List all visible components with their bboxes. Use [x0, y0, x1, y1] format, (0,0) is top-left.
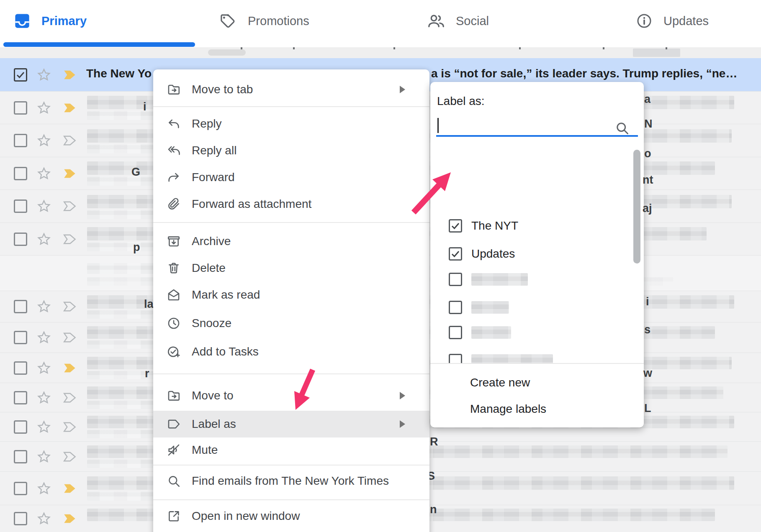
text-fragment: aj: [643, 202, 652, 215]
checkbox-unchecked[interactable]: [449, 354, 462, 363]
row-checkbox[interactable]: [14, 512, 27, 525]
importance-marker-icon[interactable]: [63, 136, 77, 146]
text-fragment: a: [644, 93, 650, 106]
importance-marker-icon[interactable]: [63, 103, 77, 113]
importance-marker-icon[interactable]: [63, 332, 77, 343]
star-icon[interactable]: [37, 299, 51, 314]
importance-marker-icon[interactable]: [63, 201, 77, 211]
row-checkbox[interactable]: [14, 450, 27, 463]
star-icon[interactable]: [37, 68, 51, 82]
text-fragment: i: [143, 100, 147, 113]
label-option-blurred[interactable]: [430, 321, 644, 344]
menu-item-archive[interactable]: Archive: [153, 228, 429, 255]
menu-item-add-to-tasks[interactable]: Add to Tasks: [153, 338, 429, 365]
importance-marker-icon[interactable]: [63, 234, 77, 244]
tab-social[interactable]: Social: [427, 0, 489, 42]
star-icon[interactable]: [37, 133, 51, 148]
row-checkbox[interactable]: [14, 167, 27, 180]
label-option-updates[interactable]: Updates: [430, 242, 644, 266]
importance-marker-icon[interactable]: [63, 169, 77, 179]
star-icon[interactable]: [37, 330, 51, 345]
label-as-title: Label as:: [437, 95, 485, 108]
row-checkbox[interactable]: [14, 233, 27, 246]
importance-marker-icon[interactable]: [63, 483, 77, 494]
row-checkbox[interactable]: [14, 361, 27, 375]
label-option-blurred[interactable]: [430, 349, 644, 363]
importance-marker-icon[interactable]: [63, 70, 77, 80]
label-option-blurred[interactable]: [430, 268, 644, 291]
tab-label: Updates: [663, 14, 709, 28]
checkbox-unchecked[interactable]: [449, 301, 462, 314]
menu-item-move-to[interactable]: Move to: [153, 382, 429, 409]
tab-promotions[interactable]: Promotions: [219, 0, 309, 42]
email-context-menu: Move to tab Reply Reply all Forward Forw…: [153, 69, 429, 532]
row-checkbox[interactable]: [14, 68, 27, 82]
create-new-button[interactable]: Create new: [470, 372, 629, 393]
checkbox-checked[interactable]: [449, 219, 462, 233]
importance-marker-icon[interactable]: [63, 302, 77, 312]
star-icon[interactable]: [37, 166, 51, 181]
star-icon[interactable]: [37, 101, 51, 115]
tab-updates[interactable]: Updates: [636, 0, 709, 42]
row-checkbox[interactable]: [14, 331, 27, 344]
checkbox-checked[interactable]: [449, 247, 462, 261]
star-icon[interactable]: [37, 232, 51, 246]
importance-marker-icon[interactable]: [63, 452, 77, 462]
importance-marker-icon[interactable]: [63, 363, 77, 373]
folder-move-icon: [167, 389, 181, 403]
menu-divider: [153, 222, 429, 223]
row-checkbox[interactable]: [14, 420, 27, 434]
menu-item-snooze[interactable]: Snooze: [153, 310, 429, 337]
row-checkbox[interactable]: [14, 300, 27, 313]
tab-primary[interactable]: Primary: [13, 0, 87, 42]
menu-item-forward-as-attachment[interactable]: Forward as attachment: [153, 191, 429, 217]
row-checkbox[interactable]: [14, 200, 27, 213]
label-search-input[interactable]: [436, 117, 638, 135]
importance-marker-icon[interactable]: [63, 514, 77, 524]
star-icon[interactable]: [37, 391, 51, 405]
label-option-the-nyt[interactable]: The NYT: [430, 214, 644, 238]
menu-item-label-as[interactable]: Label as: [153, 411, 429, 437]
manage-labels-button[interactable]: Manage labels: [470, 399, 629, 419]
open-new-window-icon: [167, 509, 181, 523]
star-icon[interactable]: [37, 512, 51, 526]
text-fragment: s: [644, 323, 650, 336]
menu-item-find-emails[interactable]: Find emails from The New York Times: [153, 468, 429, 494]
scrollbar-thumb[interactable]: [633, 150, 640, 263]
row-checkbox[interactable]: [14, 134, 27, 147]
search-underline: [436, 135, 638, 137]
star-icon[interactable]: [37, 450, 51, 464]
importance-marker-icon[interactable]: [63, 393, 77, 403]
menu-item-reply[interactable]: Reply: [153, 110, 429, 137]
menu-item-mute[interactable]: Mute: [153, 437, 429, 463]
submenu-arrow-icon: [400, 392, 405, 399]
category-tab-bar: Primary Promotions Social: [0, 0, 761, 47]
menu-item-mark-as-read[interactable]: Mark as read: [153, 281, 429, 308]
star-icon[interactable]: [37, 481, 51, 496]
open-envelope-icon: [167, 288, 181, 302]
tab-label: Social: [456, 14, 489, 28]
text-fragment: nt: [643, 174, 653, 187]
row-checkbox[interactable]: [14, 482, 27, 495]
info-icon: [636, 13, 653, 29]
menu-divider: [153, 499, 429, 500]
checkbox-unchecked[interactable]: [449, 326, 462, 339]
menu-item-reply-all[interactable]: Reply all: [153, 137, 429, 164]
row-checkbox[interactable]: [14, 101, 27, 115]
reply-all-icon: [167, 143, 181, 158]
menu-item-forward[interactable]: Forward: [153, 164, 429, 191]
star-icon[interactable]: [37, 199, 51, 213]
text-fragment: la: [144, 298, 154, 311]
star-icon[interactable]: [37, 361, 51, 375]
checkbox-unchecked[interactable]: [449, 273, 462, 286]
label-option-blurred[interactable]: [430, 296, 644, 319]
row-checkbox[interactable]: [14, 391, 27, 404]
menu-item-move-to-tab[interactable]: Move to tab: [153, 76, 429, 103]
label-list: The NYT Updates: [430, 141, 644, 363]
folder-move-icon: [167, 82, 181, 97]
importance-marker-icon[interactable]: [63, 422, 77, 432]
partial-email-row: [0, 47, 761, 58]
menu-item-open-in-new-window[interactable]: Open in new window: [153, 503, 429, 529]
menu-item-delete[interactable]: Delete: [153, 255, 429, 281]
star-icon[interactable]: [37, 420, 51, 434]
